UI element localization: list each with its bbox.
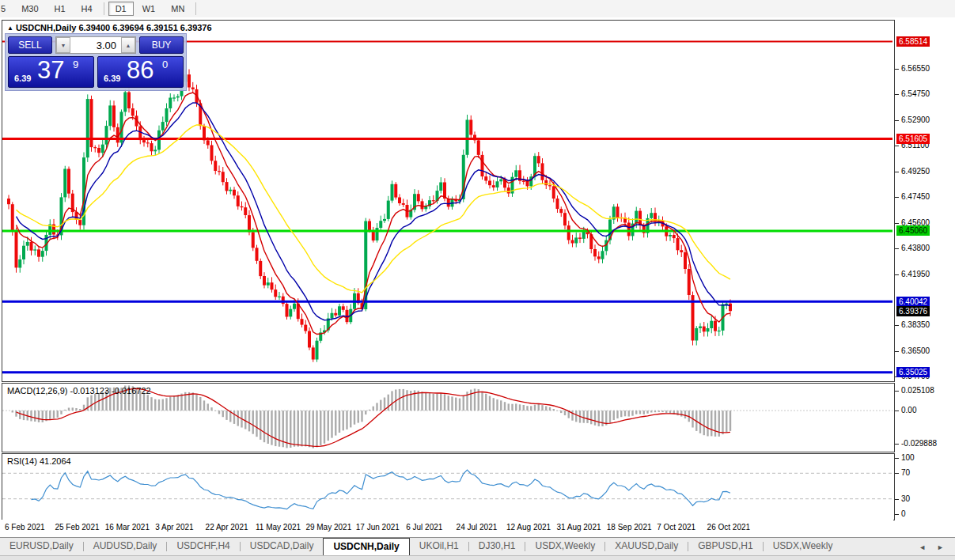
buy-price-sup: 0: [162, 59, 168, 70]
chart-tab-bar: EURUSD,DailyAUDUSD,DailyUSDCHF,H4USDCAD,…: [0, 537, 955, 556]
price-tick-label: 6.41950: [901, 270, 930, 278]
rsi-pane[interactable]: RSI(14) 41.2064: [2, 453, 895, 520]
price-tick-label: 6.56550: [901, 64, 930, 73]
buy-price-quote[interactable]: 6.39 86 0: [97, 56, 184, 88]
volume-decrease-icon[interactable]: ▼: [56, 37, 70, 53]
sell-price-prefix: 6.39: [14, 74, 31, 83]
candles: [7, 70, 732, 362]
one-click-trading-panel: SELL ▼ 3.00 ▲ BUY 6.39 37 9 6.39 86 0: [5, 33, 187, 91]
price-line-flag: 6.51605: [896, 134, 930, 144]
price-line-flag: 6.35025: [896, 367, 930, 377]
axis-tick: [895, 274, 899, 275]
status-strip: [0, 555, 955, 560]
timeframe-button-h4[interactable]: H4: [74, 2, 100, 16]
date-tick-label: 17 Jun 2021: [356, 523, 400, 532]
rsi-axis-label: 100: [901, 453, 915, 462]
toolbar-separator: [104, 2, 104, 15]
price-tick-label: 6.49250: [901, 167, 930, 176]
volume-input[interactable]: 3.00: [70, 37, 121, 53]
sell-price-sup: 9: [73, 59, 78, 70]
date-axis[interactable]: 6 Feb 202125 Feb 202116 Mar 20213 Apr 20…: [2, 520, 893, 537]
date-tick-label: 12 Aug 2021: [506, 523, 551, 532]
price-tick-label: 6.52900: [901, 115, 930, 124]
timeframe-button-h1[interactable]: H1: [47, 2, 73, 16]
rsi-canvas: [2, 454, 892, 518]
timeframe-button-d1[interactable]: D1: [108, 2, 134, 16]
toolbar-separator: [195, 2, 196, 15]
date-tick-label: 3 Apr 2021: [155, 523, 193, 532]
axis-tick: [895, 94, 899, 95]
macd-axis-label: 0.025108: [901, 386, 934, 395]
price-tick-label: 6.54750: [901, 89, 930, 98]
price-tick-label: 6.38350: [901, 320, 930, 329]
buy-price-big: 86: [127, 56, 153, 85]
macd-pane[interactable]: MACD(12,26,9) -0.013123 -0.016722: [2, 383, 895, 452]
axis-tick: [895, 223, 899, 224]
macd-label: MACD(12,26,9) -0.013123 -0.016722: [7, 386, 151, 395]
axis-tick: [895, 444, 899, 445]
axis-tick: [895, 69, 899, 70]
date-tick-label: 11 May 2021: [256, 523, 301, 532]
rsi-line: [32, 470, 731, 509]
timeframe-button-w1[interactable]: W1: [135, 2, 163, 16]
axis-tick: [895, 325, 899, 326]
collapse-indicator-icon[interactable]: ▲: [7, 25, 13, 32]
chart-tab-gbpusd-h1[interactable]: GBPUSD,H1: [688, 538, 762, 556]
tab-scroll-right-icon[interactable]: ►: [937, 543, 944, 551]
axis-tick: [895, 411, 899, 411]
macd-signal-line: [17, 388, 731, 446]
chart-tab-ukoil-h1[interactable]: UKOil,H1: [410, 538, 468, 556]
buy-price-prefix: 6.39: [104, 74, 120, 83]
sell-button[interactable]: SELL: [8, 36, 52, 54]
sell-price-big: 37: [37, 56, 64, 85]
rsi-axis-label: 0: [901, 509, 906, 518]
tab-scroll-left-icon[interactable]: ◄: [919, 543, 926, 551]
macd-axis-label: 0.00: [901, 406, 916, 414]
chart-tab-usdcad-daily[interactable]: USDCAD,Daily: [241, 538, 324, 556]
chart-tab-dj30-h1[interactable]: DJ30,H1: [469, 538, 525, 556]
sell-price-quote[interactable]: 6.39 37 9: [8, 56, 94, 88]
date-tick-label: 22 Apr 2021: [206, 523, 248, 532]
price-tick-label: 6.47450: [901, 192, 930, 201]
chart-tab-usdchf-h4[interactable]: USDCHF,H4: [167, 538, 239, 556]
chart-tab-usdcnh-daily[interactable]: USDCNH,Daily: [323, 538, 409, 556]
buy-button[interactable]: BUY: [139, 36, 184, 54]
date-tick-label: 26 Oct 2021: [707, 523, 750, 532]
macd-axis-label: -0.029888: [901, 439, 937, 448]
axis-tick: [895, 172, 899, 172]
price-line-flag: 6.45060: [896, 225, 930, 236]
price-tick-label: 6.43800: [901, 244, 930, 252]
timeframe-button-m30[interactable]: M30: [14, 2, 45, 16]
price-axis[interactable]: 6.565506.547506.529006.511006.492506.474…: [895, 17, 955, 537]
axis-tick: [895, 391, 899, 392]
axis-tick: [895, 499, 899, 500]
timeframe-button-mn[interactable]: MN: [164, 2, 191, 16]
date-tick-label: 18 Sep 2021: [607, 523, 652, 532]
moving-average-line: [17, 125, 731, 293]
axis-tick: [895, 197, 899, 198]
date-tick-label: 29 May 2021: [305, 523, 351, 532]
date-tick-label: 6 Feb 2021: [5, 523, 45, 532]
tab-scroll-controls: ◄►: [919, 538, 955, 556]
axis-tick: [895, 514, 899, 515]
date-tick-label: 16 Mar 2021: [105, 523, 150, 532]
moving-average-line: [17, 93, 731, 334]
date-tick-label: 25 Feb 2021: [55, 523, 99, 532]
chart-tab-usdx-weekly[interactable]: USDX,Weekly: [525, 538, 604, 556]
chart-tab-usdx-weekly[interactable]: USDX,Weekly: [764, 538, 843, 556]
chart-window: ▲USDCNH,Daily 6.39400 6.39694 6.39151 6.…: [0, 17, 955, 537]
date-tick-label: 24 Jul 2021: [457, 523, 498, 532]
price-line-flag: 6.58514: [896, 36, 930, 47]
price-tick-label: 6.36500: [901, 346, 930, 355]
timeframe-button-5[interactable]: 5: [0, 2, 13, 16]
chart-tab-audusd-daily[interactable]: AUDUSD,Daily: [84, 538, 167, 556]
rsi-label: RSI(14) 41.2064: [7, 456, 71, 466]
rsi-axis-label: 30: [901, 494, 910, 503]
date-tick-label: 31 Aug 2021: [556, 523, 601, 532]
axis-tick: [895, 458, 899, 459]
moving-average-line: [17, 103, 731, 320]
timeframe-toolbar: 5M30H1H4D1W1MN: [0, 0, 955, 18]
chart-tab-eurusd-daily[interactable]: EURUSD,Daily: [0, 538, 83, 556]
volume-increase-icon[interactable]: ▲: [121, 37, 135, 53]
chart-tab-xauusd-daily[interactable]: XAUUSD,Daily: [605, 538, 688, 556]
